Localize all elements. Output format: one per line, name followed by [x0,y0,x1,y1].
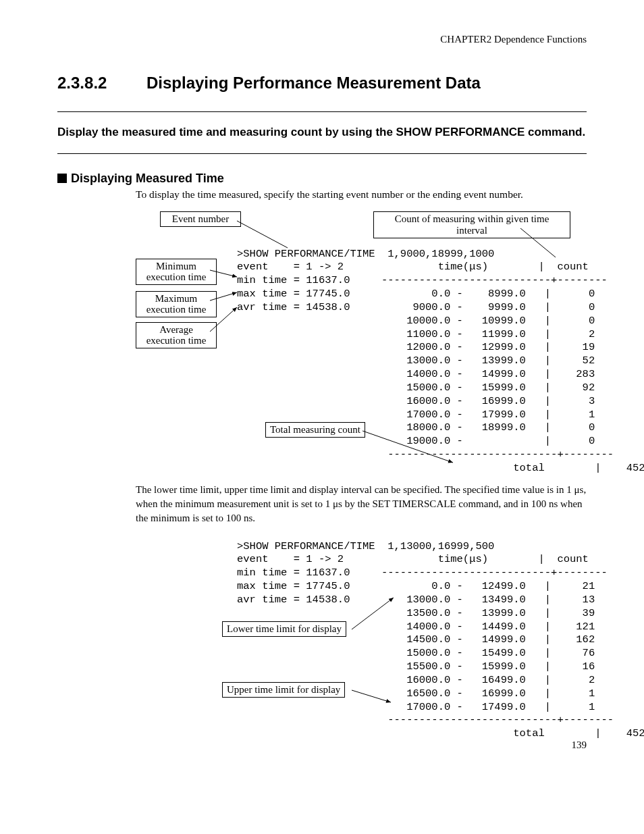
label-avg-exec: Average execution time [136,322,217,348]
figure-1: Event number Count of measuring within g… [136,206,587,476]
subheading-text: Displaying Measured Time [71,172,224,185]
label-lower-limit: Lower time limit for display [222,621,346,637]
body-paragraph-1: To display the time measured, specify th… [136,188,587,201]
subheading: Displaying Measured Time [57,172,587,186]
example1-output: >SHOW PERFORMANCE/TIME 1,9000,18999,1000… [237,248,644,475]
chapter-header: CHAPTER2 Dependence Functions [57,34,587,45]
label-min-exec: Minimum execution time [136,259,217,285]
section-heading: 2.3.8.2 Displaying Performance Measureme… [57,74,587,93]
summary-text: Display the measured time and measuring … [57,112,587,153]
label-count-interval: Count of measuring within given time int… [373,211,570,238]
section-number: 2.3.8.2 [57,74,144,93]
page-number: 139 [572,739,587,751]
figure-2: >SHOW PERFORMANCE/TIME 1,13000,16999,500… [136,540,587,743]
section-title: Displaying Performance Measurement Data [146,74,481,93]
note-paragraph: The lower time limit, upper time limit a… [136,483,587,525]
page: CHAPTER2 Dependence Functions 2.3.8.2 Di… [0,0,644,770]
svg-line-0 [237,221,288,248]
label-upper-limit: Upper time limit for display [222,682,345,698]
square-bullet-icon [57,174,67,183]
label-max-exec: Maximum execution time [136,291,217,317]
label-event-number: Event number [160,211,241,227]
example2-output: >SHOW PERFORMANCE/TIME 1,13000,16999,500… [237,540,644,741]
rule-bottom [57,153,587,154]
